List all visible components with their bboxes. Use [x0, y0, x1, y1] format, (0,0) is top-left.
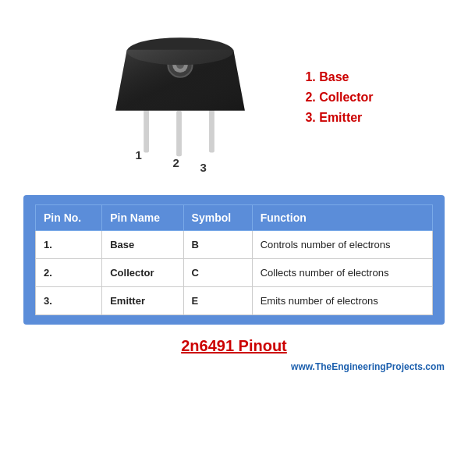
table-row: 3. Emitter E Emits number of electrons — [36, 287, 433, 315]
col-symbol: Symbol — [183, 205, 252, 231]
legend-item-collector: 2. Collector — [305, 91, 373, 105]
pin-label-3: 3 — [200, 161, 206, 174]
transistor-area: 1 2 3 — [94, 12, 282, 183]
row2-function: Collects number of electrons — [252, 259, 432, 287]
col-pin-name: Pin Name — [102, 205, 183, 231]
row1-pin-name: Base — [102, 231, 183, 259]
svg-rect-1 — [177, 111, 183, 157]
table-row: 2. Collector C Collects number of electr… — [36, 259, 433, 287]
row3-symbol: E — [183, 287, 252, 315]
table-header-row: Pin No. Pin Name Symbol Function — [36, 205, 433, 231]
svg-marker-8 — [116, 50, 246, 111]
table-section: Pin No. Pin Name Symbol Function 1. Base… — [23, 195, 445, 325]
top-section: 1 2 3 1. Base 2. Collector 3. Emitter — [23, 12, 445, 183]
legend-item-base: 1. Base — [305, 70, 373, 84]
row2-pin-no: 2. — [36, 259, 102, 287]
row1-pin-no: 1. — [36, 231, 102, 259]
transistor-svg — [94, 12, 266, 164]
row2-symbol: C — [183, 259, 252, 287]
pin-label-2: 2 — [172, 156, 179, 169]
row1-function: Controls number of electrons — [252, 231, 432, 259]
row1-symbol: B — [183, 231, 252, 259]
footer-url: www.TheEngineeringProjects.com — [291, 361, 445, 372]
row3-function: Emits number of electrons — [252, 287, 432, 315]
footer-title: 2n6491 Pinout — [181, 337, 287, 355]
pin-label-1: 1 — [135, 148, 141, 162]
legend: 1. Base 2. Collector 3. Emitter — [305, 70, 373, 125]
page-container: 1 2 3 1. Base 2. Collector 3. Emitter Pi… — [0, 0, 468, 476]
row3-pin-no: 3. — [36, 287, 102, 315]
table-row: 1. Base B Controls number of electrons — [36, 231, 433, 259]
col-pin-no: Pin No. — [36, 205, 102, 231]
col-function: Function — [252, 205, 432, 231]
row2-pin-name: Collector — [102, 259, 183, 287]
row3-pin-name: Emitter — [102, 287, 183, 315]
pin-table: Pin No. Pin Name Symbol Function 1. Base… — [35, 204, 433, 315]
legend-item-emitter: 3. Emitter — [305, 111, 373, 125]
